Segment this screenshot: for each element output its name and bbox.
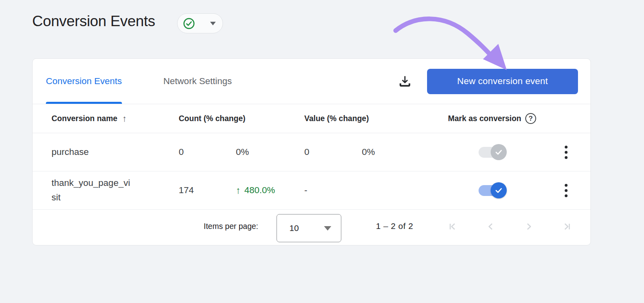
table-header-row: Conversion name ↑ Count (% change) Value…: [33, 104, 590, 133]
help-icon[interactable]: ?: [525, 113, 536, 124]
row-overflow-menu-button[interactable]: [562, 181, 570, 200]
column-header-count: Count (% change): [179, 114, 304, 123]
count-cell: 174: [179, 185, 236, 196]
page-title: Conversion Events: [32, 13, 155, 30]
pagination-bar: Items per page: 10 1 – 2 of 2: [33, 210, 590, 245]
table-row: purchase 0 0% 0 0%: [33, 133, 590, 171]
kebab-dot: [565, 146, 568, 148]
kebab-dot: [565, 189, 568, 192]
count-change-value: 480.0%: [244, 185, 275, 196]
new-conversion-event-button[interactable]: New conversion event: [427, 69, 578, 94]
sort-ascending-icon[interactable]: ↑: [122, 113, 127, 124]
kebab-dot: [565, 156, 568, 159]
conversion-name-cell: purchase: [52, 145, 179, 159]
toggle-thumb-check-icon: [491, 182, 507, 198]
items-per-page-value: 10: [289, 223, 299, 233]
table-row: thank_you_page_visit 174 ↑ 480.0% -: [33, 171, 590, 210]
column-header-value: Value (% change): [304, 114, 442, 123]
count-cell: 0: [179, 147, 236, 157]
value-cell: 0: [304, 147, 362, 157]
trend-up-icon: ↑: [236, 185, 241, 196]
tab-conversion-events[interactable]: Conversion Events: [46, 59, 122, 104]
mark-as-conversion-header-label: Mark as conversion: [448, 114, 521, 123]
conversion-name-text: purchase: [52, 145, 134, 159]
row-overflow-menu-button[interactable]: [562, 143, 570, 161]
download-icon: [398, 74, 412, 89]
first-page-button[interactable]: [446, 221, 458, 233]
items-per-page-label: Items per page:: [204, 222, 258, 231]
conversion-name-cell: thank_you_page_visit: [52, 176, 179, 205]
conversion-name-header-label: Conversion name: [52, 114, 118, 123]
status-pill[interactable]: [177, 13, 223, 33]
kebab-dot: [565, 151, 568, 154]
mark-as-conversion-toggle[interactable]: [478, 182, 507, 199]
tab-conversion-events-label: Conversion Events: [46, 76, 122, 87]
conversion-events-page: Conversion Events Conversion Events Netw…: [0, 0, 644, 303]
value-cell: -: [304, 185, 362, 196]
column-header-mark-as-conversion: Mark as conversion ?: [448, 113, 536, 124]
kebab-dot: [565, 194, 568, 197]
pagination-controls: [446, 221, 573, 233]
kebab-dot: [565, 184, 568, 187]
download-button[interactable]: [396, 72, 414, 91]
count-change-cell: 0%: [236, 147, 304, 157]
next-page-button[interactable]: [523, 221, 535, 233]
mark-as-conversion-toggle[interactable]: [478, 144, 507, 161]
tab-network-settings-label: Network Settings: [163, 76, 232, 87]
value-change-cell: 0%: [362, 147, 442, 157]
toggle-thumb-check-icon: [491, 144, 507, 160]
conversion-events-card: Conversion Events Network Settings New c…: [32, 58, 591, 245]
column-header-conversion-name[interactable]: Conversion name ↑: [52, 113, 179, 124]
card-header: Conversion Events Network Settings New c…: [33, 59, 590, 104]
last-page-button[interactable]: [561, 221, 573, 233]
previous-page-button[interactable]: [485, 221, 497, 233]
chevron-down-icon: [210, 22, 216, 25]
items-per-page-select[interactable]: 10: [277, 214, 341, 242]
tab-network-settings[interactable]: Network Settings: [163, 59, 232, 104]
chevron-down-icon: [324, 226, 331, 231]
pagination-range: 1 – 2 of 2: [376, 221, 413, 231]
conversion-name-text: thank_you_page_visit: [52, 176, 134, 205]
check-circle-icon: [183, 17, 195, 30]
count-change-cell: ↑ 480.0%: [236, 185, 304, 196]
